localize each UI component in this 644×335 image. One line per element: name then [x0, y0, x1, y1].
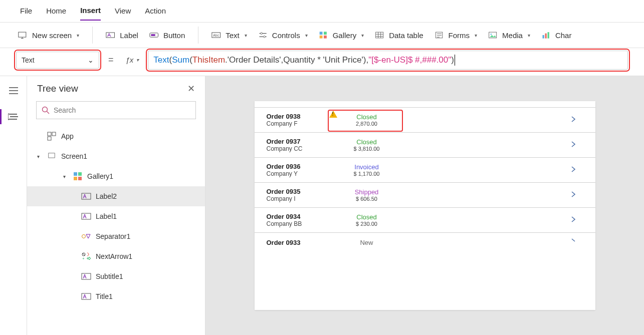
svg-rect-29 [547, 32, 549, 39]
insert-media-label: Media [502, 31, 523, 40]
order-status: Closed [322, 213, 412, 221]
property-selector[interactable]: Text ⌄ [16, 52, 99, 69]
close-icon[interactable]: ✕ [187, 83, 195, 94]
menu-home[interactable]: Home [46, 2, 66, 20]
order-amount: $ 3,810.00 [322, 146, 412, 152]
insert-chart-label: Char [555, 31, 572, 40]
svg-rect-42 [78, 177, 82, 180]
token-string: "[$-en-US]$ #,###.00" [368, 55, 451, 65]
order-id: Order 0938 [267, 113, 322, 120]
insert-forms-button[interactable]: Forms ▾ [433, 29, 480, 42]
caret-icon[interactable] [63, 174, 68, 179]
app-preview[interactable]: Order 0938 Company F Closed 2,870.00 [255, 101, 595, 310]
svg-rect-12 [319, 32, 322, 35]
svg-text:+: + [82, 256, 85, 261]
order-company: Company Y [267, 170, 322, 177]
menu-file[interactable]: File [20, 2, 32, 20]
insert-controls-button[interactable]: Controls ▾ [256, 29, 310, 42]
order-status: Invoiced [322, 163, 412, 171]
gallery-row[interactable]: Order 0935 Company I Shipped $ 606.50 [255, 183, 595, 208]
hamburger-button[interactable] [5, 82, 22, 99]
gallery-row[interactable]: Order 0933 New [255, 233, 595, 252]
svg-rect-38 [49, 153, 55, 158]
gallery-row[interactable]: Order 0937 Company CC Closed $ 3,810.00 [255, 133, 595, 158]
tree-app[interactable]: App [27, 126, 205, 146]
insert-button-button[interactable]: Button [147, 29, 187, 42]
svg-rect-36 [52, 132, 56, 136]
search-input[interactable] [54, 106, 190, 114]
tree-label1[interactable]: Label1 [27, 206, 205, 226]
left-rail [0, 76, 27, 335]
svg-point-45 [82, 235, 86, 238]
next-arrow-icon[interactable] [563, 141, 583, 150]
svg-rect-28 [545, 34, 546, 39]
new-screen-button[interactable]: New screen ▾ [16, 29, 81, 42]
menubar: File Home Insert View Action [0, 0, 644, 22]
label-icon [81, 212, 91, 221]
canvas[interactable]: Order 0938 Company F Closed 2,870.00 [205, 76, 644, 335]
tree-nextarrow1[interactable]: + NextArrow1 [27, 246, 205, 266]
tree-screen1[interactable]: Screen1 [27, 146, 205, 166]
tree-label: Subtitle1 [96, 272, 123, 280]
next-arrow-icon[interactable] [563, 166, 583, 175]
chevron-down-icon: ⌄ [88, 56, 94, 64]
forms-icon [435, 31, 445, 40]
order-amount: $ 230.00 [322, 221, 412, 227]
app-icon [47, 132, 57, 141]
chevron-down-icon: ▾ [528, 33, 530, 38]
tree-gallery1[interactable]: Gallery1 [27, 166, 205, 186]
controls-icon [258, 31, 268, 40]
tree-label: Separator1 [96, 232, 130, 240]
order-id: Order 0936 [267, 163, 322, 170]
tree-subtitle1[interactable]: Subtitle1 [27, 266, 205, 286]
menu-view[interactable]: View [115, 2, 131, 20]
gallery-row[interactable]: Order 0934 Company BB Closed $ 230.00 [255, 208, 595, 233]
selection-outline[interactable] [328, 110, 403, 132]
insert-gallery-button[interactable]: Gallery ▾ [317, 29, 366, 42]
label-icon [81, 292, 91, 301]
label-icon [106, 31, 116, 40]
tree-label2[interactable]: Label2 [27, 186, 205, 206]
insert-chart-button[interactable]: Char [539, 29, 574, 42]
insert-datatable-button[interactable]: Data table [373, 29, 425, 42]
menu-action[interactable]: Action [145, 2, 166, 20]
insert-forms-label: Forms [449, 31, 470, 40]
order-id: Order 0935 [267, 188, 322, 195]
separator-icon [81, 232, 91, 241]
order-amount: $ 606.50 [322, 196, 412, 202]
label-icon [81, 192, 91, 201]
gallery-row[interactable]: Order 0936 Company Y Invoiced $ 1,170.00 [255, 158, 595, 183]
chevron-down-icon: ▾ [245, 33, 247, 38]
tree-title1[interactable]: Title1 [27, 286, 205, 306]
chart-icon [541, 31, 551, 40]
text-icon: Abc [211, 31, 222, 40]
menu-insert[interactable]: Insert [80, 1, 101, 21]
token-fn: Sum [172, 55, 189, 65]
caret-icon[interactable] [37, 154, 42, 159]
svg-point-11 [263, 36, 265, 38]
next-arrow-icon[interactable] [563, 216, 583, 225]
insert-media-button[interactable]: Media ▾ [486, 29, 532, 42]
search-box[interactable] [36, 101, 196, 119]
svg-rect-41 [74, 177, 77, 180]
order-status: Shipped [322, 188, 412, 196]
insert-text-label: Text [226, 31, 240, 40]
insert-label-button[interactable]: Label [104, 29, 140, 42]
tree-separator1[interactable]: Separator1 [27, 226, 205, 246]
next-arrow-icon[interactable] [563, 116, 583, 125]
equals-sign: = [105, 55, 117, 65]
label-icon [81, 272, 91, 281]
gallery-row[interactable]: Order 0938 Company F Closed 2,870.00 [255, 107, 595, 133]
next-arrow-icon[interactable] [563, 238, 583, 247]
svg-rect-49 [82, 273, 91, 279]
insert-gallery-label: Gallery [333, 31, 357, 40]
datatable-icon [375, 31, 385, 40]
next-arrow-icon[interactable] [563, 191, 583, 200]
svg-rect-14 [319, 36, 322, 39]
insert-text-button[interactable]: Abc Text ▾ [209, 29, 249, 42]
formula-bar[interactable]: Text( Sum( ThisItem.'Order Details', Qua… [148, 51, 628, 70]
tree-view-rail-button[interactable] [5, 108, 22, 125]
ribbon: New screen ▾ Label Button Abc Text ▾ Con… [0, 22, 644, 48]
fx-button[interactable]: ƒx ▾ [123, 56, 142, 64]
order-id: Order 0934 [267, 213, 322, 220]
